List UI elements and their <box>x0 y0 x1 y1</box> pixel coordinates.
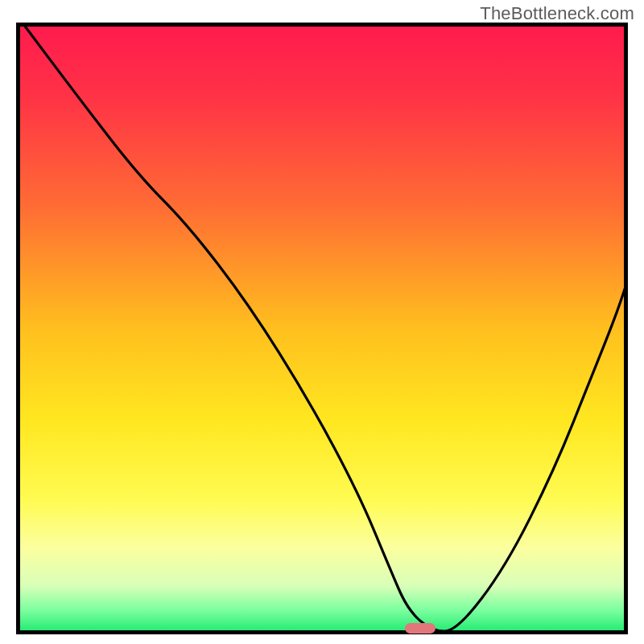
chart-frame <box>16 23 628 634</box>
watermark-text: TheBottleneck.com <box>480 3 634 24</box>
chart-container: TheBottleneck.com <box>0 0 644 644</box>
optimal-marker-pill <box>405 623 436 634</box>
